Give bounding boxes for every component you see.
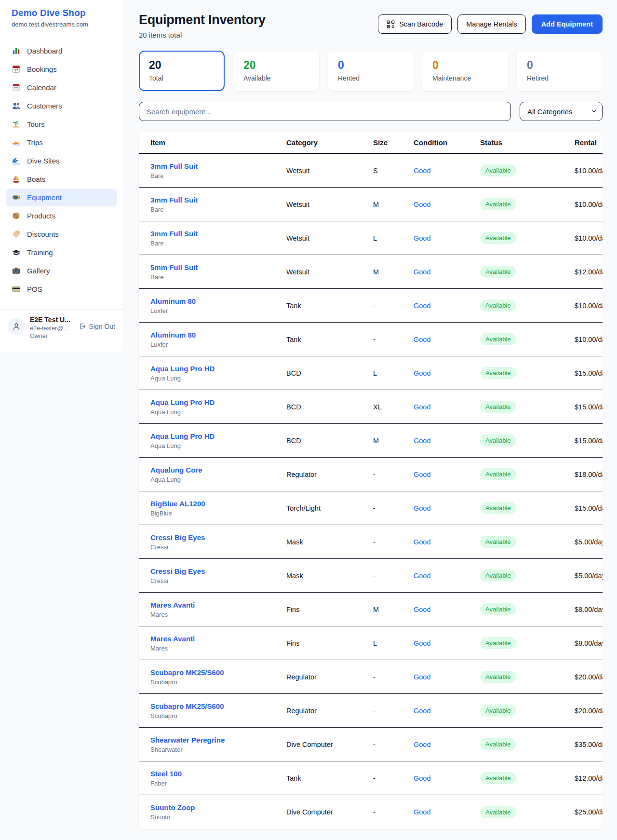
- stat-label: Total: [149, 74, 215, 82]
- item-condition-link[interactable]: Good: [414, 336, 430, 343]
- item-name-link[interactable]: Aqualung Core: [150, 466, 286, 474]
- stat-card-total[interactable]: 20 Total: [139, 51, 225, 91]
- item-condition-link[interactable]: Good: [414, 741, 430, 748]
- item-condition-link[interactable]: Good: [414, 234, 430, 242]
- item-condition-link[interactable]: Good: [414, 538, 430, 546]
- item-name-link[interactable]: Aqua Lung Pro HD: [150, 432, 286, 440]
- item-name-link[interactable]: Mares Avanti: [150, 635, 286, 643]
- item-brand: Aqua Lung: [150, 408, 286, 416]
- table-row[interactable]: Aqualung Core Aqua Lung Regulator - Good…: [139, 458, 603, 491]
- item-category: Wetsuit: [286, 268, 373, 276]
- sidebar-item-pos[interactable]: POS: [6, 280, 117, 298]
- item-condition-link[interactable]: Good: [414, 707, 430, 715]
- item-condition-link[interactable]: Good: [414, 302, 430, 310]
- table-row[interactable]: BigBlue AL1200 BigBlue Torch/Light - Goo…: [139, 491, 603, 525]
- sidebar-item-equipment[interactable]: Equipment: [6, 189, 117, 206]
- item-name-link[interactable]: Aqua Lung Pro HD: [150, 398, 286, 406]
- status-badge: Available: [480, 705, 516, 717]
- sign-out-button[interactable]: Sign Out: [79, 323, 115, 330]
- table-row[interactable]: Cressi Big Eyes Cressi Mask - Good Avail…: [139, 559, 603, 593]
- sidebar-item-training[interactable]: Training: [6, 244, 117, 261]
- item-condition-link[interactable]: Good: [414, 437, 430, 445]
- item-rental-rate: $15.00/day: [575, 369, 603, 377]
- item-condition-link[interactable]: Good: [414, 201, 430, 208]
- table-row[interactable]: Aqua Lung Pro HD Aqua Lung BCD M Good Av…: [139, 424, 603, 458]
- item-name-link[interactable]: Aluminum 80: [150, 297, 286, 305]
- sidebar-item-dashboard[interactable]: Dashboard: [6, 42, 117, 60]
- item-condition-link[interactable]: Good: [414, 639, 430, 647]
- table-row[interactable]: Scubapro MK25/S600 Scubapro Regulator - …: [139, 660, 603, 694]
- item-name-link[interactable]: Cressi Big Eyes: [150, 567, 286, 575]
- item-name-link[interactable]: Mares Avanti: [150, 601, 286, 609]
- sidebar-item-calendar[interactable]: Calendar: [6, 79, 117, 96]
- item-condition-link[interactable]: Good: [414, 673, 430, 681]
- sidebar-item-customers[interactable]: Customers: [6, 97, 117, 115]
- item-rental-rate: $12.00/day: [575, 774, 603, 782]
- table-row[interactable]: 3mm Full Suit Bare Wetsuit S Good Availa…: [139, 154, 603, 188]
- table-row[interactable]: Shearwater Peregrine Shearwater Dive Com…: [139, 728, 603, 761]
- sidebar-item-dive-sites[interactable]: Dive Sites: [6, 152, 117, 170]
- item-name-link[interactable]: Shearwater Peregrine: [150, 736, 286, 744]
- item-name-link[interactable]: 5mm Full Suit: [150, 263, 286, 271]
- table-row[interactable]: Aluminum 80 Luxfer Tank - Good Available…: [139, 289, 603, 323]
- item-condition-link[interactable]: Good: [414, 504, 430, 512]
- sidebar-item-discounts[interactable]: Discounts: [6, 225, 117, 243]
- stat-card-available[interactable]: 20 Available: [233, 51, 319, 91]
- sidebar-item-boats[interactable]: Boats: [6, 170, 117, 188]
- user-role: Owner: [30, 333, 74, 339]
- add-equipment-button[interactable]: Add Equipment: [532, 14, 603, 34]
- item-name-link[interactable]: Cressi Big Eyes: [150, 533, 286, 542]
- stat-card-rented[interactable]: 0 Rented: [328, 51, 414, 91]
- table-row[interactable]: Aluminum 80 Luxfer Tank - Good Available…: [139, 323, 603, 356]
- table-row[interactable]: Mares Avanti Mares Fins M Good Available…: [139, 593, 603, 626]
- sidebar-item-products[interactable]: Products: [6, 207, 117, 225]
- table-row[interactable]: Aqua Lung Pro HD Aqua Lung BCD L Good Av…: [139, 356, 603, 390]
- table-row[interactable]: Mares Avanti Mares Fins L Good Available…: [139, 626, 603, 660]
- item-condition-link[interactable]: Good: [414, 606, 430, 613]
- sidebar-item-bookings[interactable]: 17 Bookings: [6, 60, 117, 78]
- sidebar-item-gallery[interactable]: Gallery: [6, 262, 117, 280]
- item-name-link[interactable]: 3mm Full Suit: [150, 230, 286, 238]
- item-condition-link[interactable]: Good: [414, 471, 430, 478]
- table-row[interactable]: Cressi Big Eyes Cressi Mask - Good Avail…: [139, 525, 603, 559]
- brand-name[interactable]: Demo Dive Shop: [12, 8, 111, 18]
- table-row[interactable]: Scubapro MK25/S600 Scubapro Regulator - …: [139, 694, 603, 728]
- item-name-link[interactable]: Aqua Lung Pro HD: [150, 365, 286, 373]
- table-row[interactable]: Aqua Lung Pro HD Aqua Lung BCD XL Good A…: [139, 390, 603, 424]
- sidebar-item-tours[interactable]: Tours: [6, 115, 117, 133]
- item-condition-link[interactable]: Good: [414, 403, 430, 411]
- item-name-link[interactable]: Scubapro MK25/S600: [150, 702, 286, 710]
- item-category: Regulator: [286, 707, 373, 715]
- table-row[interactable]: Steel 100 Faber Tank - Good Available $1…: [139, 761, 603, 795]
- item-name-link[interactable]: Scubapro MK25/S600: [150, 668, 286, 677]
- sidebar-item-trips[interactable]: Trips: [6, 134, 117, 151]
- item-name-link[interactable]: Aluminum 80: [150, 331, 286, 339]
- status-badge: Available: [480, 569, 516, 582]
- item-name-link[interactable]: 3mm Full Suit: [150, 196, 286, 204]
- camera-icon: [12, 266, 21, 275]
- scan-barcode-button[interactable]: Scan Barcode: [378, 14, 452, 34]
- item-name-link[interactable]: Steel 100: [150, 770, 286, 778]
- search-input[interactable]: [139, 102, 511, 121]
- manage-rentals-button[interactable]: Manage Rentals: [457, 14, 526, 34]
- table-row[interactable]: Suunto Zoop Suunto Dive Computer - Good …: [139, 795, 603, 829]
- item-condition-link[interactable]: Good: [414, 369, 430, 377]
- table-row[interactable]: 5mm Full Suit Bare Wetsuit M Good Availa…: [139, 255, 603, 289]
- table-row[interactable]: 3mm Full Suit Bare Wetsuit L Good Availa…: [139, 221, 603, 255]
- item-condition-link[interactable]: Good: [414, 167, 430, 175]
- item-rental-rate: $10.00/day: [575, 167, 603, 175]
- item-name-link[interactable]: 3mm Full Suit: [150, 162, 286, 170]
- item-condition-link[interactable]: Good: [414, 774, 430, 782]
- category-select[interactable]: All Categories: [520, 102, 603, 121]
- stat-card-retired[interactable]: 0 Retired: [517, 51, 603, 91]
- item-condition-link[interactable]: Good: [414, 268, 430, 276]
- item-rental-rate: $15.00/day: [575, 437, 603, 445]
- item-name-link[interactable]: BigBlue AL1200: [150, 500, 286, 508]
- item-condition-link[interactable]: Good: [414, 808, 430, 816]
- item-name-link[interactable]: Suunto Zoop: [150, 803, 286, 812]
- sidebar: Demo Dive Shop demo.test.divestreams.com…: [0, 0, 123, 352]
- item-condition-link[interactable]: Good: [414, 572, 430, 580]
- table-row[interactable]: 3mm Full Suit Bare Wetsuit M Good Availa…: [139, 188, 603, 221]
- column-header-size: Size: [373, 138, 414, 147]
- stat-card-maintenance[interactable]: 0 Maintenance: [422, 51, 508, 91]
